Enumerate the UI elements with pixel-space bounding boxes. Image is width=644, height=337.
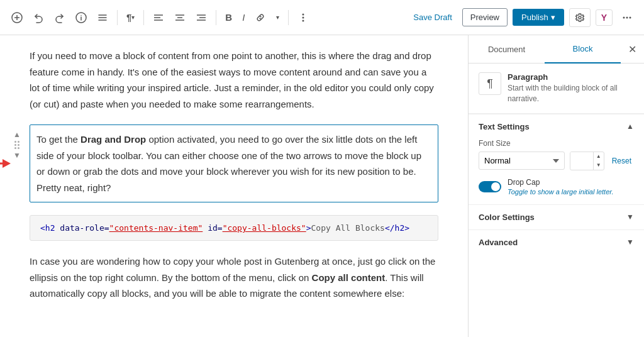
toolbar-divider-2 <box>143 10 144 25</box>
move-up-button[interactable]: ▲ <box>12 130 22 140</box>
red-arrow-icon <box>0 157 11 170</box>
drop-cap-info: Drop Cap Toggle to show a large initial … <box>508 178 614 196</box>
settings-button[interactable] <box>569 8 591 27</box>
add-block-button[interactable] <box>8 8 26 27</box>
selected-block-text: To get the Drag and Drop option activate… <box>36 131 431 196</box>
info-button[interactable] <box>72 8 91 27</box>
color-settings-chevron: ▼ <box>626 213 634 221</box>
publish-button[interactable]: Publish ▾ <box>513 9 564 26</box>
save-draft-button[interactable]: Save Draft <box>408 9 457 26</box>
main-layout: If you need to move a block of content f… <box>0 35 644 337</box>
selected-block-wrapper: ▲ ▼ To get the Drag and Drop option acti… <box>30 124 438 202</box>
editor-content: If you need to move a block of content f… <box>30 48 438 302</box>
font-size-number-input[interactable] <box>570 152 593 169</box>
advanced-header[interactable]: Advanced ▼ <box>469 229 644 255</box>
svg-point-22 <box>626 16 628 18</box>
svg-point-5 <box>80 14 82 16</box>
color-settings-label: Color Settings <box>479 213 535 222</box>
block-description: Start with the building block of all nar… <box>508 83 634 104</box>
copy-all-content-text: Copy all content <box>312 272 386 283</box>
italic-button[interactable]: I <box>238 8 248 26</box>
sidebar: Document Block ✕ ¶ Paragraph Start with … <box>468 35 644 337</box>
align-right-button[interactable] <box>192 8 211 27</box>
block-controls: ▲ ▼ <box>12 130 22 160</box>
toolbar-divider-1 <box>117 10 118 25</box>
text-settings-header[interactable]: Text Settings ▲ <box>469 114 644 139</box>
toolbar-divider-4 <box>288 10 289 25</box>
tab-document[interactable]: Document <box>469 35 545 63</box>
text-settings-chevron: ▲ <box>626 122 634 131</box>
font-size-select[interactable]: Normal Small Medium Large Huge <box>479 152 565 170</box>
editor-toolbar: ¶ ▾ B I ▾ Save Draft Preview Publish ▾ Y <box>0 0 644 35</box>
sidebar-tabs: Document Block ✕ <box>469 35 644 64</box>
font-size-row: Normal Small Medium Large Huge ▲ ▼ Reset <box>479 152 634 170</box>
editor-area[interactable]: If you need to move a block of content f… <box>0 35 468 337</box>
toggle-knob <box>491 182 500 191</box>
code-block: <h2 data-role="contents-nav-item" id="co… <box>30 215 438 241</box>
paragraph-style-button[interactable]: ¶ ▾ <box>123 8 138 26</box>
svg-point-23 <box>630 16 631 18</box>
advanced-chevron: ▼ <box>626 238 634 246</box>
drop-cap-label: Drop Cap <box>508 178 614 187</box>
toolbar-divider-3 <box>216 10 216 25</box>
font-size-label: Font Size <box>479 139 634 148</box>
link-dropdown-button[interactable]: ▾ <box>272 10 283 25</box>
font-size-input-wrap: ▲ ▼ <box>570 152 604 170</box>
paragraph-3: In case you are wondering how to copy yo… <box>30 253 438 302</box>
more-menu-button[interactable] <box>618 8 636 27</box>
align-left-button[interactable] <box>149 8 168 27</box>
font-size-down-button[interactable]: ▼ <box>594 161 604 170</box>
svg-marker-24 <box>3 159 11 168</box>
tab-block[interactable]: Block <box>545 35 621 64</box>
undo-button[interactable] <box>29 8 48 27</box>
drop-cap-toggle[interactable] <box>479 181 501 192</box>
svg-point-21 <box>623 16 625 18</box>
font-size-reset-button[interactable]: Reset <box>609 153 634 169</box>
text-settings-label: Text Settings <box>479 122 530 131</box>
yoast-button[interactable]: Y <box>596 9 613 26</box>
svg-point-19 <box>303 16 304 18</box>
block-info: ¶ Paragraph Start with the building bloc… <box>469 64 644 114</box>
block-details: Paragraph Start with the building block … <box>508 72 634 104</box>
paragraph-1: If you need to move a block of content f… <box>30 48 438 112</box>
svg-point-20 <box>303 19 304 21</box>
align-center-button[interactable] <box>170 8 189 27</box>
bold-text-drag-drop: Drag and Drop <box>80 134 146 145</box>
bold-button[interactable]: B <box>221 8 236 26</box>
drag-handle[interactable] <box>13 140 21 150</box>
preview-button[interactable]: Preview <box>462 8 508 26</box>
drop-cap-description: Toggle to show a large initial letter. <box>508 188 614 196</box>
list-view-button[interactable] <box>93 8 112 27</box>
block-type-icon: ¶ <box>479 72 501 95</box>
link-button[interactable] <box>251 8 270 27</box>
more-options-button[interactable] <box>294 8 313 27</box>
drop-cap-row: Drop Cap Toggle to show a large initial … <box>479 178 634 196</box>
svg-point-18 <box>303 13 304 15</box>
text-settings-body: Font Size Normal Small Medium Large Huge… <box>469 139 644 204</box>
sidebar-close-button[interactable]: ✕ <box>621 35 644 63</box>
color-settings-header[interactable]: Color Settings ▼ <box>469 204 644 229</box>
font-size-arrows: ▲ ▼ <box>593 152 604 170</box>
font-size-up-button[interactable]: ▲ <box>594 152 604 161</box>
redo-button[interactable] <box>50 8 69 27</box>
advanced-label: Advanced <box>479 238 518 247</box>
selected-block[interactable]: To get the Drag and Drop option activate… <box>30 124 438 202</box>
block-name: Paragraph <box>508 72 634 82</box>
move-down-button[interactable]: ▼ <box>12 150 22 160</box>
